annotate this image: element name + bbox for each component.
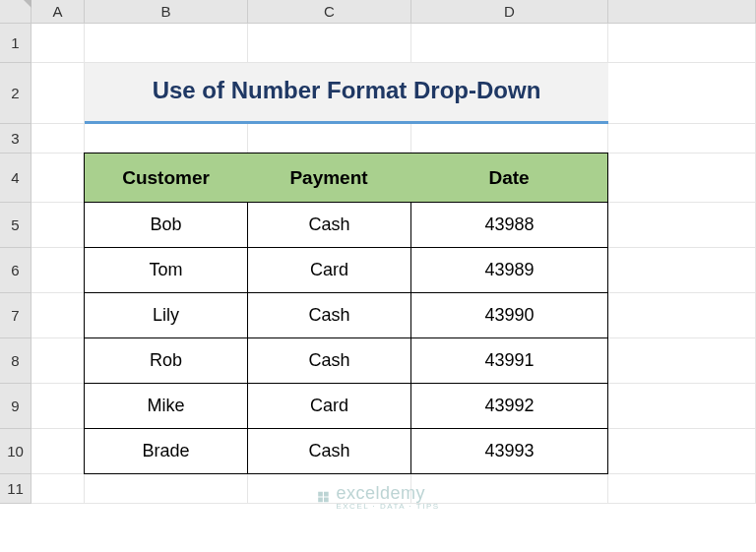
- cell[interactable]: [85, 474, 248, 504]
- cell[interactable]: [608, 474, 756, 504]
- watermark-text: exceldemy EXCEL · DATA · TIPS: [336, 483, 439, 511]
- watermark-tagline: EXCEL · DATA · TIPS: [336, 502, 439, 511]
- cell[interactable]: [248, 24, 411, 63]
- cell[interactable]: [608, 124, 756, 153]
- cell[interactable]: [32, 384, 85, 429]
- column-header-blank: [608, 0, 756, 24]
- column-header-b[interactable]: B: [85, 0, 248, 24]
- watermark-brand: exceldemy: [336, 483, 425, 503]
- table-cell-date[interactable]: 43988: [410, 202, 608, 248]
- row-header-5[interactable]: 5: [0, 203, 32, 248]
- cell[interactable]: [32, 474, 85, 504]
- cell[interactable]: [32, 24, 85, 63]
- row-header-4[interactable]: 4: [0, 153, 32, 203]
- table-cell-payment[interactable]: Cash: [247, 202, 411, 248]
- cell[interactable]: [608, 24, 756, 63]
- column-header-a[interactable]: A: [32, 0, 85, 24]
- cell[interactable]: [608, 338, 756, 384]
- row-header-11[interactable]: 11: [0, 474, 32, 504]
- cell[interactable]: [32, 203, 85, 248]
- table-cell-date[interactable]: 43993: [410, 428, 608, 474]
- cell[interactable]: [248, 124, 411, 153]
- cell[interactable]: [32, 293, 85, 338]
- table-cell-customer[interactable]: Tom: [84, 247, 248, 293]
- row-header-6[interactable]: 6: [0, 248, 32, 293]
- cell[interactable]: [411, 24, 608, 63]
- cell[interactable]: [411, 474, 608, 504]
- table-cell-customer[interactable]: Mike: [84, 383, 248, 429]
- data-table: Customer Payment Date Bob Cash 43988 Tom…: [85, 153, 608, 474]
- row-header-10[interactable]: 10: [0, 429, 32, 474]
- select-all-corner[interactable]: [0, 0, 32, 24]
- table-cell-customer[interactable]: Rob: [84, 337, 248, 384]
- row-header-1[interactable]: 1: [0, 24, 32, 63]
- table-header-date[interactable]: Date: [410, 153, 608, 203]
- watermark: exceldemy EXCEL · DATA · TIPS: [316, 483, 439, 511]
- cell[interactable]: [32, 248, 85, 293]
- column-header-d[interactable]: D: [411, 0, 608, 24]
- table-cell-payment[interactable]: Cash: [247, 337, 411, 384]
- cell[interactable]: [85, 124, 248, 153]
- table-header-payment[interactable]: Payment: [247, 153, 411, 203]
- cell[interactable]: [85, 24, 248, 63]
- cell[interactable]: [32, 429, 85, 474]
- row-header-8[interactable]: 8: [0, 338, 32, 384]
- row-header-7[interactable]: 7: [0, 293, 32, 338]
- table-cell-date[interactable]: 43991: [410, 337, 608, 384]
- table-cell-payment[interactable]: Card: [247, 383, 411, 429]
- cell[interactable]: [608, 429, 756, 474]
- row-header-3[interactable]: 3: [0, 124, 32, 153]
- cell[interactable]: [32, 63, 85, 124]
- cell[interactable]: [32, 124, 85, 153]
- watermark-logo-icon: [316, 490, 330, 504]
- column-header-c[interactable]: C: [248, 0, 411, 24]
- cell[interactable]: [32, 153, 85, 203]
- cell[interactable]: [608, 384, 756, 429]
- table-cell-date[interactable]: 43992: [410, 383, 608, 429]
- spreadsheet-grid: A B C D 1 2 Use of Number Format Drop-Do…: [0, 0, 756, 504]
- table-cell-date[interactable]: 43990: [410, 292, 608, 338]
- table-cell-customer[interactable]: Brade: [84, 428, 248, 474]
- cell[interactable]: [608, 248, 756, 293]
- table-cell-payment[interactable]: Cash: [247, 292, 411, 338]
- table-cell-customer[interactable]: Bob: [84, 202, 248, 248]
- table-cell-date[interactable]: 43989: [410, 247, 608, 293]
- row-header-2[interactable]: 2: [0, 63, 32, 124]
- table-cell-payment[interactable]: Card: [247, 247, 411, 293]
- cell[interactable]: [608, 203, 756, 248]
- table-cell-customer[interactable]: Lily: [84, 292, 248, 338]
- cell[interactable]: [608, 153, 756, 203]
- cell[interactable]: [608, 63, 756, 124]
- table-cell-payment[interactable]: Cash: [247, 428, 411, 474]
- cell[interactable]: [608, 293, 756, 338]
- page-title[interactable]: Use of Number Format Drop-Down: [85, 63, 608, 124]
- cell[interactable]: [411, 124, 608, 153]
- cell[interactable]: [32, 338, 85, 384]
- table-header-customer[interactable]: Customer: [84, 153, 248, 203]
- row-header-9[interactable]: 9: [0, 384, 32, 429]
